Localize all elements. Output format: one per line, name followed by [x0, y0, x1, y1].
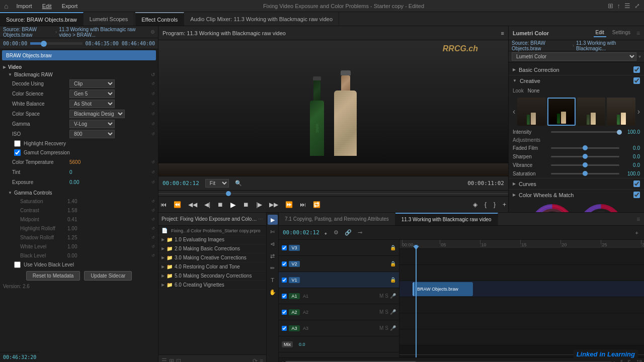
video-section-header[interactable]: ▶ Video — [0, 63, 158, 71]
color-science-select[interactable]: Gen 5 — [69, 89, 115, 98]
midpoint-reset[interactable]: ↺ — [151, 217, 155, 222]
expand-icon[interactable]: ⤢ — [634, 2, 640, 10]
tl-tab-1[interactable]: 7.1 Copying, Pasting, and Removing Attri… — [279, 213, 395, 225]
pb-next-clip[interactable]: ▶▶ — [267, 200, 280, 209]
iso-reset[interactable]: ↺ — [151, 132, 155, 136]
a2-mic[interactable]: 🎤 — [390, 309, 396, 315]
tab-source[interactable]: Source: BRAW Objects.braw — [0, 12, 84, 26]
tl-scroll-start[interactable]: -18 — [635, 359, 642, 362]
thumb-1[interactable] — [517, 98, 545, 126]
pb-step-back[interactable]: ⏮ — [158, 200, 169, 209]
pb-step-fwd[interactable]: ⏭ — [298, 200, 308, 209]
menu-export[interactable]: Export — [60, 2, 80, 10]
color-temp-reset[interactable]: ↺ — [151, 160, 155, 164]
lumetri-tab-edit[interactable]: Edit — [594, 29, 606, 37]
v3-sync[interactable] — [282, 245, 287, 250]
a1-mic[interactable]: 🎤 — [390, 293, 396, 299]
saturation-sub-value[interactable]: 1.40 — [67, 199, 77, 204]
a3-sync[interactable] — [282, 326, 287, 331]
curves-checkbox[interactable] — [633, 180, 640, 187]
home-icon[interactable]: ⌂ — [4, 2, 8, 10]
a2-m[interactable]: M — [379, 309, 383, 315]
v2-lock[interactable]: 🔒 — [390, 261, 396, 266]
color-science-reset[interactable]: ↺ — [151, 92, 155, 96]
a3-s[interactable]: S — [385, 325, 388, 331]
a2-track-row[interactable] — [399, 313, 644, 329]
tab-audio-mixer[interactable]: Audio Clip Mixer: 11.3 Working with Blac… — [184, 12, 339, 26]
braw-section-header[interactable]: ▼ Blackmagic RAW ↺ — [0, 71, 158, 78]
basic-correction-header[interactable]: ▶ Basic Correction — [509, 64, 644, 75]
update-sidecar-btn[interactable]: Update Sidecar — [84, 271, 132, 281]
pb-next-edit[interactable]: |▶ — [254, 200, 264, 209]
faded-film-track[interactable] — [551, 147, 619, 149]
color-wheels-header[interactable]: ▶ Color Wheels & Match — [509, 190, 644, 200]
pb-add[interactable]: + — [501, 200, 508, 209]
tab-effect-controls[interactable]: Effect Controls — [135, 12, 184, 26]
pb-stop2[interactable]: ⏹ — [241, 200, 251, 209]
pb-out[interactable]: } — [492, 200, 498, 209]
gamut-compression-checkbox[interactable] — [14, 149, 21, 156]
lumetri-tab-settings[interactable]: Settings — [610, 29, 632, 37]
tl-scroll-left[interactable]: ◂ — [281, 359, 283, 362]
creative-checkbox[interactable] — [633, 77, 640, 84]
curves-header[interactable]: ▶ Curves — [509, 178, 644, 189]
decode-using-select[interactable]: Clip — [69, 79, 115, 88]
proj-item-3[interactable]: ▶ 📁 3.0 Making Creative Corrections — [158, 253, 266, 262]
a2-sync[interactable] — [282, 310, 287, 315]
vibrance-track[interactable] — [551, 164, 619, 166]
tl-menu-icon[interactable]: ≡ — [632, 216, 644, 223]
tl-scroll-end2[interactable]: S — [627, 359, 631, 362]
v3-lock[interactable]: 🔒 — [390, 245, 396, 250]
proj-item-1[interactable]: ▶ 📁 1.0 Evaluating Images — [158, 235, 266, 244]
menu-icon[interactable]: ☰ — [624, 2, 630, 10]
color-wheels-checkbox[interactable] — [633, 192, 640, 198]
tool-hand[interactable]: ✋ — [268, 287, 278, 297]
color-space-reset[interactable]: ↺ — [151, 112, 155, 116]
midpoint-sub-value[interactable]: 0.41 — [67, 217, 77, 222]
menu-import[interactable]: Import — [14, 2, 34, 10]
proj-search[interactable]: ⟳ — [253, 357, 258, 363]
v2-track-row[interactable] — [399, 265, 644, 281]
share-icon[interactable]: ↑ — [617, 2, 621, 10]
pb-prev-frame[interactable]: ⏪ — [172, 200, 183, 209]
tl-btn-settings[interactable]: ⚙ — [332, 228, 340, 237]
intensity-thumb[interactable] — [617, 130, 622, 135]
window-icon[interactable]: ⊞ — [608, 2, 613, 10]
program-menu-icon[interactable]: ≡ — [501, 30, 504, 36]
tool-slip[interactable]: ⇄ — [268, 251, 278, 261]
iso-select[interactable]: 800 — [69, 130, 115, 138]
a1-sync[interactable] — [282, 294, 287, 299]
tl-scroll-right[interactable]: ▸ — [614, 359, 616, 362]
gamma-controls-header[interactable]: ▼ Gamma Controls — [0, 189, 158, 197]
white-balance-reset[interactable]: ↺ — [151, 102, 155, 106]
sr-reset[interactable]: ↺ — [151, 235, 155, 240]
pb-prev-edit[interactable]: ◀| — [202, 200, 212, 209]
tool-pen[interactable]: ✏ — [268, 263, 278, 273]
black-level-value[interactable]: 0.00 — [67, 253, 77, 258]
color-space-select[interactable]: Blackmagic Design — [69, 110, 125, 118]
thumb-2[interactable] — [547, 98, 576, 126]
a1-s[interactable]: S — [385, 293, 388, 299]
v1-track-row[interactable]: BRAW Objects.braw — [399, 281, 644, 297]
faded-film-thumb[interactable] — [583, 145, 588, 150]
pb-loop[interactable]: 🔁 — [311, 200, 323, 209]
tint-value[interactable]: 0 — [69, 169, 149, 175]
wl-reset[interactable]: ↺ — [151, 244, 155, 249]
tl-tab-2[interactable]: 11.3 Working with Blackmagic raw video — [395, 213, 498, 225]
decode-reset-icon[interactable]: ↺ — [151, 81, 155, 86]
thumb-next[interactable]: › — [637, 107, 640, 116]
color-temp-value[interactable]: 5600 — [69, 159, 149, 165]
project-expand[interactable]: ⋯ — [258, 216, 263, 222]
pb-markers[interactable]: ◈ — [471, 200, 479, 209]
a1-track-row[interactable] — [399, 297, 644, 313]
proj-icon-grid[interactable]: ⊞ — [169, 357, 174, 363]
pb-back-clip[interactable]: ◀◀ — [186, 200, 199, 209]
gamma-reset[interactable]: ↺ — [151, 122, 155, 126]
proj-item-6[interactable]: ▶ 📁 6.0 Creating Vignettes — [158, 281, 266, 290]
shadow-rolloff-value[interactable]: 1.25 — [67, 235, 77, 240]
lumetri-menu-icon[interactable]: ≡ — [636, 30, 640, 37]
highlight-recovery-checkbox[interactable] — [14, 140, 21, 147]
tool-ripple[interactable]: ⊲ — [268, 239, 278, 249]
contrast-sub-value[interactable]: 1.58 — [67, 208, 77, 213]
sharpen-thumb[interactable] — [583, 154, 588, 159]
